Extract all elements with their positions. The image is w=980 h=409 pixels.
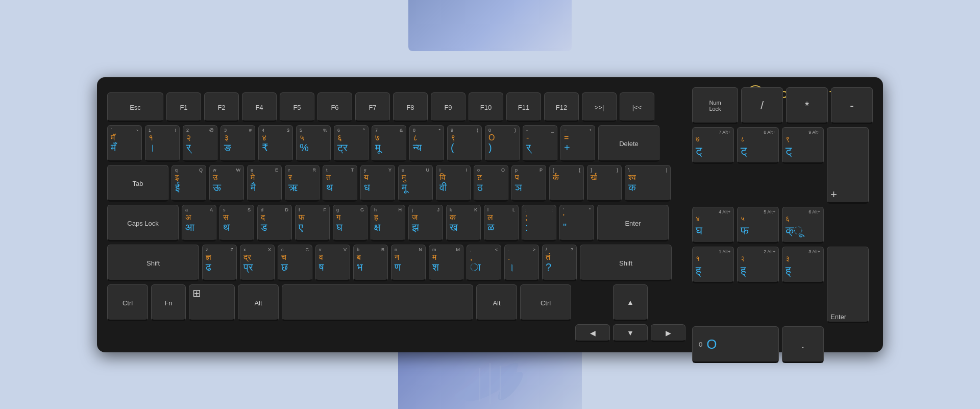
key-space[interactable] [282, 284, 473, 321]
key-quote[interactable]: ' " ' " [559, 205, 594, 242]
key-np-dot[interactable]: . [782, 326, 824, 363]
key-i[interactable]: i I वि वी [436, 165, 471, 202]
key-4[interactable]: 4 $ ४ ₹ [258, 125, 293, 162]
key-f12[interactable]: F12 [544, 92, 579, 122]
key-bracket-right[interactable]: ] } र्ख [587, 165, 622, 202]
key-alt-left[interactable]: Alt [238, 284, 279, 321]
key-f9[interactable]: F9 [431, 92, 465, 122]
key-alt-right[interactable]: Alt [476, 284, 517, 321]
key-8[interactable]: 8 * ८ न्य [409, 125, 444, 162]
key-b[interactable]: b B ब भ [353, 245, 388, 281]
key-u[interactable]: u U मु मू [398, 165, 433, 202]
key-arrow-right[interactable]: ▶ [651, 324, 685, 342]
key-f8[interactable]: F8 [393, 92, 428, 122]
key-capslock[interactable]: Caps Lock [107, 205, 179, 242]
key-r[interactable]: r R र ऋ [285, 165, 320, 202]
key-backslash[interactable]: \ | श्व क [625, 165, 671, 202]
key-numlock[interactable]: NumLock [692, 87, 738, 124]
key-z[interactable]: z Z ज्ञ ढ [202, 245, 237, 281]
key-ctrl-right[interactable]: Ctrl [520, 284, 571, 321]
key-delete[interactable]: Delete [598, 125, 659, 162]
key-7[interactable]: 7 & ७ मू [372, 125, 406, 162]
key-5[interactable]: 5 % ५ % [296, 125, 331, 162]
key-np-6[interactable]: 6 Alt+ ६ क्ू [782, 207, 824, 244]
key-k[interactable]: k K क ख [446, 205, 481, 242]
key-win[interactable]: ⊞ [189, 284, 235, 321]
key-np-4[interactable]: 4 Alt+ ४ घ [692, 207, 734, 244]
key-np-9[interactable]: 9 Alt+ ९ ट् [782, 127, 824, 164]
key-shift-left[interactable]: Shift [107, 245, 199, 281]
key-tab[interactable]: Tab [107, 165, 168, 202]
key-6[interactable]: 6 ^ ६ ट्र [334, 125, 369, 162]
key-bracket-left[interactable]: [ { र्क [549, 165, 584, 202]
key-j[interactable]: j J ज झ [408, 205, 443, 242]
key-media-next[interactable]: >>| [582, 92, 617, 122]
key-np-slash[interactable]: / [741, 87, 783, 124]
key-f[interactable]: f F फ ए [295, 205, 330, 242]
key-ctrl-left[interactable]: Ctrl [107, 284, 148, 321]
key-np-plus[interactable]: + [827, 127, 869, 204]
key-f11[interactable]: F11 [506, 92, 541, 122]
key-arrow-down[interactable]: ▼ [613, 324, 648, 342]
key-3-labels: 3 # [224, 128, 252, 133]
key-f1[interactable]: F1 [166, 92, 201, 122]
key-s[interactable]: s S स थ [219, 205, 254, 242]
key-arrow-left[interactable]: ◀ [575, 324, 610, 342]
key-3[interactable]: 3 # ३ ङ [220, 125, 255, 162]
key-minus[interactable]: - _ - र् [523, 125, 557, 162]
key-h[interactable]: h H ह क्ष [371, 205, 405, 242]
key-x[interactable]: x X द्र प्र [240, 245, 275, 281]
key-f2[interactable]: F2 [204, 92, 239, 122]
key-period[interactable]: . > . । [504, 245, 539, 281]
key-np-asterisk[interactable]: * [786, 87, 828, 124]
key-f7[interactable]: F7 [355, 92, 390, 122]
key-o[interactable]: o O ट ठ [474, 165, 508, 202]
key-bracketr-h1: र्ख [591, 173, 597, 182]
key-l[interactable]: l L ल ळ [484, 205, 519, 242]
key-e[interactable]: e E मे मै [247, 165, 282, 202]
key-0[interactable]: 0 ) O ) [485, 125, 520, 162]
key-semicolon[interactable]: ; : ; : [522, 205, 556, 242]
key-f6[interactable]: F6 [317, 92, 352, 122]
key-np-1[interactable]: 1 Alt+ १ ह् [692, 247, 734, 283]
key-backtick[interactable]: ` ~ मॅ मँ [107, 125, 142, 162]
key-1[interactable]: 1 ! १ । [145, 125, 180, 162]
key-q[interactable]: q Q इ ई [172, 165, 206, 202]
key-equals[interactable]: = + = + [560, 125, 595, 162]
key-a[interactable]: a A अ आ [182, 205, 216, 242]
key-f4[interactable]: F4 [242, 92, 277, 122]
key-np-2[interactable]: 2 Alt+ २ ह् [737, 247, 779, 283]
key-d[interactable]: d D द ड [257, 205, 292, 242]
key-np-7[interactable]: 7 Alt+ ७ ट् [692, 127, 734, 164]
key-slash[interactable]: / ? तं ? [542, 245, 577, 281]
key-p[interactable]: p P प ञ [511, 165, 546, 202]
key-equals-tr: + [589, 128, 592, 133]
key-f10[interactable]: F10 [469, 92, 503, 122]
key-w[interactable]: w W उ ऊ [209, 165, 244, 202]
key-n[interactable]: n N न ण [391, 245, 426, 281]
key-comma-h1: , [470, 253, 472, 262]
key-np-minus[interactable]: - [831, 87, 873, 124]
key-arrow-up[interactable]: ▲ [613, 284, 648, 321]
key-comma[interactable]: , < , ा [467, 245, 501, 281]
key-np-enter[interactable]: Enter [827, 247, 869, 323]
key-v[interactable]: v V व ष [315, 245, 350, 281]
key-np-8[interactable]: 8 Alt+ ८ ट् [737, 127, 779, 164]
key-m[interactable]: m M म श [429, 245, 463, 281]
key-np-5[interactable]: 5 Alt+ ५ फ [737, 207, 779, 244]
key-esc[interactable]: Esc [107, 92, 163, 122]
key-f5[interactable]: F5 [280, 92, 314, 122]
key-2[interactable]: 2 @ २ र् [183, 125, 217, 162]
key-9[interactable]: 9 ( ९ ( [447, 125, 482, 162]
key-enter[interactable]: Enter [597, 205, 669, 242]
key-np-3[interactable]: 3 Alt+ ३ ह् [782, 247, 824, 283]
key-t[interactable]: t T त थ [323, 165, 357, 202]
key-shift-right[interactable]: Shift [580, 245, 672, 281]
key-g[interactable]: g G ग घ [333, 205, 368, 242]
spacer-arrow2 [651, 284, 685, 321]
key-media-prev[interactable]: |<< [620, 92, 654, 122]
key-y[interactable]: y Y य ध [360, 165, 395, 202]
key-c[interactable]: c C च छ [278, 245, 312, 281]
key-np-0[interactable]: 0 O [692, 326, 779, 363]
key-fn[interactable]: Fn [151, 284, 186, 321]
